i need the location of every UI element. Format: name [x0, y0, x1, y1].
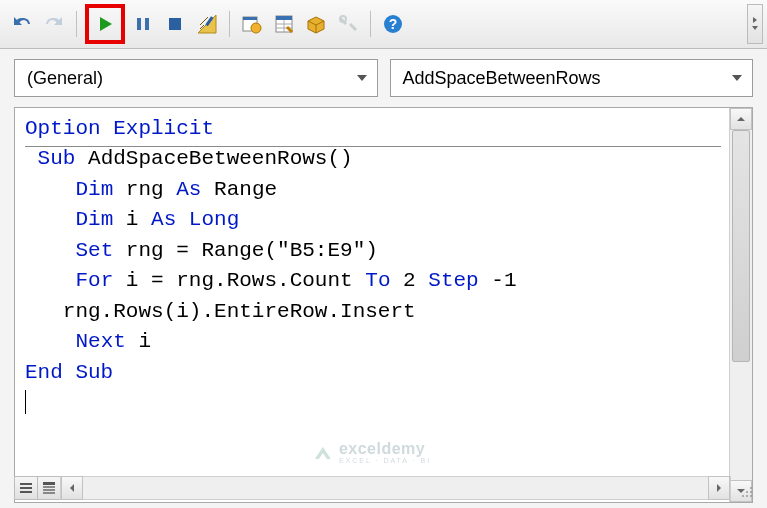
vertical-scrollbar[interactable]: [729, 108, 752, 502]
caret-right-icon: [714, 483, 724, 493]
svg-rect-2: [169, 18, 181, 30]
chevron-down-icon: [751, 24, 759, 32]
scroll-left-button[interactable]: [61, 476, 83, 500]
kw-dim: Dim: [75, 208, 113, 231]
object-dropdown[interactable]: (General): [14, 59, 378, 97]
full-module-view-icon: [42, 481, 56, 495]
string-literal: "B5:E9": [277, 239, 365, 262]
svg-point-21: [750, 491, 752, 493]
svg-rect-14: [20, 491, 32, 493]
kw-end-sub: End Sub: [25, 361, 113, 384]
toolbar-separator: [229, 11, 230, 37]
code-text: i: [113, 208, 151, 231]
run-highlight: [85, 4, 125, 44]
undo-button[interactable]: [8, 10, 36, 38]
horizontal-scrollbar[interactable]: [60, 476, 731, 500]
svg-rect-12: [20, 483, 32, 485]
code-editor[interactable]: Option Explicit Sub AddSpaceBetweenRows(…: [15, 108, 729, 502]
svg-rect-15: [43, 482, 55, 485]
kw-set: Set: [75, 239, 113, 262]
toolbox-button[interactable]: [334, 10, 362, 38]
full-module-view-button[interactable]: [37, 476, 61, 500]
code-pane: Option Explicit Sub AddSpaceBetweenRows(…: [14, 107, 753, 503]
pause-icon: [135, 16, 151, 32]
resize-grip[interactable]: [733, 478, 753, 498]
kw-dim: Dim: [75, 178, 113, 201]
toolbar-separator: [76, 11, 77, 37]
svg-point-23: [746, 495, 748, 497]
watermark-brand: exceldemy: [339, 441, 431, 457]
design-mode-button[interactable]: [193, 10, 221, 38]
stop-icon: [167, 16, 183, 32]
svg-point-20: [746, 491, 748, 493]
chevron-down-icon: [730, 71, 744, 85]
toolbar-overflow[interactable]: [747, 4, 763, 44]
code-text: 2: [391, 269, 429, 292]
watermark: exceldemy EXCEL · DATA · BI: [313, 441, 431, 464]
undo-icon: [12, 14, 32, 34]
procedure-view-icon: [19, 481, 33, 495]
tools-icon: [337, 13, 359, 35]
procedure-dropdown-value: AddSpaceBetweenRows: [403, 68, 601, 89]
redo-button[interactable]: [40, 10, 68, 38]
properties-button[interactable]: [270, 10, 298, 38]
toolbar-separator: [370, 11, 371, 37]
scroll-thumb[interactable]: [732, 130, 750, 362]
procedure-dropdown[interactable]: AddSpaceBetweenRows: [390, 59, 754, 97]
svg-point-22: [742, 495, 744, 497]
object-browser-button[interactable]: [302, 10, 330, 38]
text-cursor: [25, 390, 26, 414]
reset-button[interactable]: [161, 10, 189, 38]
code-text: rng: [113, 178, 176, 201]
project-explorer-icon: [241, 13, 263, 35]
toolbar: ?: [0, 0, 767, 49]
chevron-down-icon: [355, 71, 369, 85]
svg-rect-18: [43, 492, 55, 494]
vbe-window: ? (General) AddSpaceBetweenRows Option E…: [0, 0, 767, 508]
break-button[interactable]: [129, 10, 157, 38]
help-button[interactable]: ?: [379, 10, 407, 38]
chevron-right-icon: [751, 16, 759, 24]
project-explorer-button[interactable]: [238, 10, 266, 38]
svg-rect-13: [20, 487, 32, 489]
svg-point-24: [750, 495, 752, 497]
run-button[interactable]: [91, 10, 119, 38]
svg-text:?: ?: [389, 16, 398, 32]
kw-step: Step: [428, 269, 478, 292]
svg-point-19: [750, 487, 752, 489]
redo-icon: [44, 14, 64, 34]
scroll-up-button[interactable]: [730, 108, 752, 130]
box-icon: [305, 13, 327, 35]
kw-as: As: [176, 178, 201, 201]
code-text: i: [126, 330, 151, 353]
code-line: Option Explicit: [25, 117, 214, 140]
ruler-triangle-icon: [196, 13, 218, 35]
kw-long: Long: [176, 208, 239, 231]
properties-icon: [273, 13, 295, 35]
code-text: Range: [201, 178, 277, 201]
scroll-right-button[interactable]: [708, 476, 730, 500]
help-icon: ?: [382, 13, 404, 35]
svg-rect-1: [145, 18, 149, 30]
caret-left-icon: [67, 483, 77, 493]
svg-rect-17: [43, 489, 55, 491]
kw-to: To: [365, 269, 390, 292]
code-text: -1: [479, 269, 517, 292]
svg-rect-8: [276, 16, 292, 20]
caret-up-icon: [736, 114, 746, 124]
dropdown-row: (General) AddSpaceBetweenRows: [0, 49, 767, 103]
kw-next: Next: [75, 330, 125, 353]
code-text: i = rng.Rows.Count: [113, 269, 365, 292]
code-text: ): [365, 239, 378, 262]
grip-icon: [739, 484, 753, 498]
code-text: rng = Range(: [113, 239, 277, 262]
procedure-view-button[interactable]: [14, 476, 38, 500]
bottom-bar: [14, 476, 753, 500]
kw-as: As: [151, 208, 176, 231]
declaration-divider: [25, 146, 721, 147]
play-icon: [96, 15, 114, 33]
svg-rect-0: [137, 18, 141, 30]
kw-for: For: [75, 269, 113, 292]
watermark-logo-icon: [313, 443, 333, 463]
object-dropdown-value: (General): [27, 68, 103, 89]
